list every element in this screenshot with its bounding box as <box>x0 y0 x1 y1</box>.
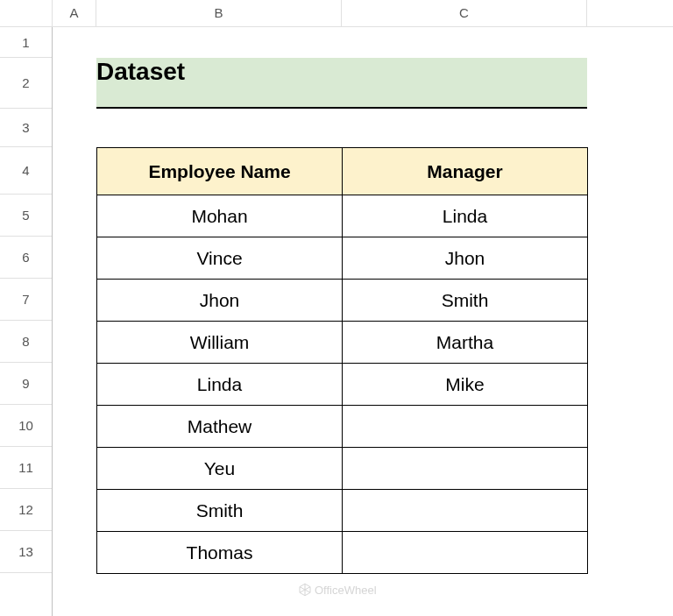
column-header-a[interactable]: A <box>53 0 96 26</box>
cell-manager[interactable] <box>343 448 588 490</box>
header-employee[interactable]: Employee Name <box>97 148 343 195</box>
row-header-6[interactable]: 6 <box>0 237 52 279</box>
corner-cell[interactable] <box>0 0 53 26</box>
table-row: Mohan Linda <box>97 195 588 237</box>
cell-employee[interactable]: Linda <box>97 364 343 406</box>
cell-employee[interactable]: Mathew <box>97 406 343 448</box>
row-header-4[interactable]: 4 <box>0 147 52 195</box>
table-row: Smith <box>97 490 588 532</box>
table-row: Thomas <box>97 532 588 574</box>
column-headers-row: A B C <box>0 0 673 27</box>
table-row: Yeu <box>97 448 588 490</box>
cell-manager[interactable] <box>343 532 588 574</box>
table-row: William Martha <box>97 322 588 364</box>
cells-area[interactable]: Dataset Employee Name Manager Mohan Lind… <box>53 27 673 616</box>
table-row: Vince Jhon <box>97 237 588 280</box>
cell-employee[interactable]: Mohan <box>97 195 343 237</box>
cell-employee[interactable]: Jhon <box>97 280 343 322</box>
watermark: OfficeWheel <box>298 583 377 597</box>
cell-employee[interactable]: Yeu <box>97 448 343 490</box>
row-header-7[interactable]: 7 <box>0 279 52 321</box>
spreadsheet-container: A B C 1 2 3 4 5 6 7 8 9 10 11 12 13 Data… <box>0 0 673 616</box>
cell-employee[interactable]: Thomas <box>97 532 343 574</box>
table-header-row: Employee Name Manager <box>97 148 588 195</box>
cell-manager[interactable]: Linda <box>343 195 588 237</box>
cell-employee[interactable]: William <box>97 322 343 364</box>
row-header-10[interactable]: 10 <box>0 405 52 447</box>
row-header-13[interactable]: 13 <box>0 531 52 573</box>
cell-employee[interactable]: Smith <box>97 490 343 532</box>
cell-manager[interactable]: Martha <box>343 322 588 364</box>
row-header-1[interactable]: 1 <box>0 27 52 58</box>
watermark-text: OfficeWheel <box>315 584 377 597</box>
table-row: Jhon Smith <box>97 280 588 322</box>
header-manager[interactable]: Manager <box>343 148 588 195</box>
cell-employee[interactable]: Vince <box>97 237 343 280</box>
table-row: Linda Mike <box>97 364 588 406</box>
body-area: 1 2 3 4 5 6 7 8 9 10 11 12 13 Dataset Em… <box>0 27 673 616</box>
row-header-2[interactable]: 2 <box>0 58 52 109</box>
row-header-8[interactable]: 8 <box>0 321 52 363</box>
row-header-5[interactable]: 5 <box>0 195 52 237</box>
data-table: Employee Name Manager Mohan Linda Vince … <box>96 147 588 574</box>
row-headers-column: 1 2 3 4 5 6 7 8 9 10 11 12 13 <box>0 27 53 616</box>
row-header-3[interactable]: 3 <box>0 109 52 147</box>
cell-manager[interactable] <box>343 490 588 532</box>
watermark-icon <box>298 583 312 597</box>
cell-manager[interactable]: Smith <box>343 280 588 322</box>
row-header-12[interactable]: 12 <box>0 489 52 531</box>
row-header-9[interactable]: 9 <box>0 363 52 405</box>
dataset-title-cell[interactable]: Dataset <box>96 58 587 109</box>
cell-manager[interactable]: Mike <box>343 364 588 406</box>
table-row: Mathew <box>97 406 588 448</box>
column-header-c[interactable]: C <box>342 0 587 26</box>
row-header-11[interactable]: 11 <box>0 447 52 489</box>
cell-manager[interactable]: Jhon <box>343 237 588 280</box>
column-header-b[interactable]: B <box>96 0 342 26</box>
cell-manager[interactable] <box>343 406 588 448</box>
